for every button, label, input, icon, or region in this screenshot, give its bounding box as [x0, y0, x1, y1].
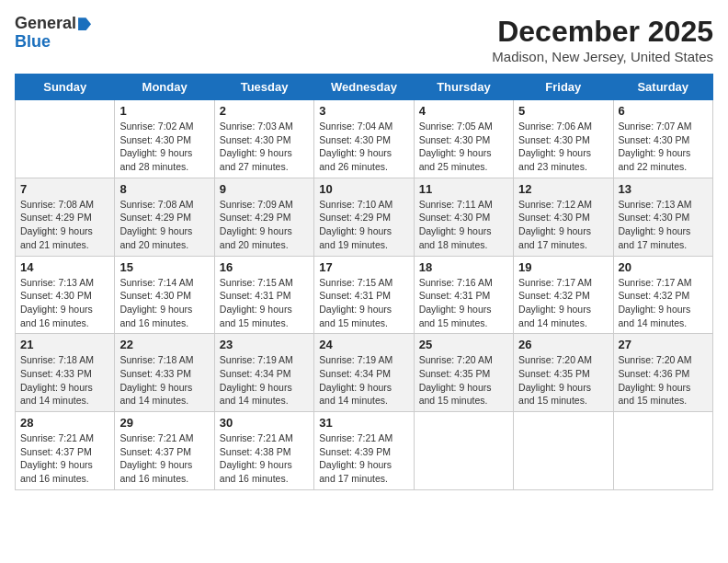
calendar-day-cell: 26Sunrise: 7:20 AMSunset: 4:35 PMDayligh… — [514, 334, 613, 412]
day-info: Sunrise: 7:17 AMSunset: 4:32 PMDaylight:… — [518, 276, 608, 330]
calendar-day-cell: 3Sunrise: 7:04 AMSunset: 4:30 PMDaylight… — [314, 100, 414, 178]
day-of-week-header: Thursday — [414, 75, 513, 100]
day-number: 6 — [619, 104, 708, 118]
day-info: Sunrise: 7:21 AMSunset: 4:37 PMDaylight:… — [119, 431, 209, 486]
day-info: Sunrise: 7:06 AMSunset: 4:30 PMDaylight:… — [518, 120, 608, 174]
day-number: 31 — [319, 416, 408, 430]
day-info: Sunrise: 7:12 AMSunset: 4:30 PMDaylight:… — [518, 198, 608, 252]
day-info: Sunrise: 7:07 AMSunset: 4:30 PMDaylight:… — [619, 120, 708, 174]
title-block: December 2025 Madison, New Jersey, Unite… — [492, 15, 713, 64]
day-info: Sunrise: 7:20 AMSunset: 4:36 PMDaylight:… — [619, 353, 708, 408]
day-number: 25 — [419, 338, 508, 351]
day-number: 22 — [119, 338, 209, 351]
calendar-day-cell: 21Sunrise: 7:18 AMSunset: 4:33 PMDayligh… — [16, 334, 115, 412]
calendar-day-cell: 5Sunrise: 7:06 AMSunset: 4:30 PMDaylight… — [514, 100, 613, 178]
day-info: Sunrise: 7:14 AMSunset: 4:30 PMDaylight:… — [119, 276, 209, 330]
calendar-day-cell: 20Sunrise: 7:17 AMSunset: 4:32 PMDayligh… — [613, 256, 712, 334]
calendar-day-cell: 24Sunrise: 7:19 AMSunset: 4:34 PMDayligh… — [314, 334, 414, 412]
day-number: 21 — [20, 338, 109, 351]
calendar-day-cell: 1Sunrise: 7:02 AMSunset: 4:30 PMDaylight… — [115, 100, 214, 178]
day-number: 26 — [518, 338, 608, 351]
calendar-day-cell: 14Sunrise: 7:13 AMSunset: 4:30 PMDayligh… — [16, 256, 115, 334]
calendar-week-row: 28Sunrise: 7:21 AMSunset: 4:37 PMDayligh… — [16, 412, 713, 490]
page-header: General Blue December 2025 Madison, New … — [15, 15, 713, 64]
calendar-day-cell: 28Sunrise: 7:21 AMSunset: 4:37 PMDayligh… — [16, 412, 115, 490]
calendar-day-cell: 17Sunrise: 7:15 AMSunset: 4:31 PMDayligh… — [314, 256, 414, 334]
day-info: Sunrise: 7:19 AMSunset: 4:34 PMDaylight:… — [220, 353, 309, 408]
day-info: Sunrise: 7:08 AMSunset: 4:29 PMDaylight:… — [119, 198, 209, 252]
day-number: 15 — [119, 260, 209, 274]
calendar-day-cell: 6Sunrise: 7:07 AMSunset: 4:30 PMDaylight… — [613, 100, 712, 178]
calendar-day-cell: 30Sunrise: 7:21 AMSunset: 4:38 PMDayligh… — [214, 412, 313, 490]
day-info: Sunrise: 7:15 AMSunset: 4:31 PMDaylight:… — [319, 276, 408, 330]
calendar-day-cell: 10Sunrise: 7:10 AMSunset: 4:29 PMDayligh… — [314, 178, 414, 256]
calendar-day-cell: 27Sunrise: 7:20 AMSunset: 4:36 PMDayligh… — [613, 334, 712, 412]
day-info: Sunrise: 7:11 AMSunset: 4:30 PMDaylight:… — [419, 198, 508, 252]
day-info: Sunrise: 7:20 AMSunset: 4:35 PMDaylight:… — [518, 353, 608, 408]
day-of-week-header: Tuesday — [214, 75, 313, 100]
day-number: 4 — [419, 104, 508, 118]
day-number: 9 — [220, 182, 309, 196]
day-info: Sunrise: 7:08 AMSunset: 4:29 PMDaylight:… — [20, 198, 109, 252]
calendar-day-cell: 13Sunrise: 7:13 AMSunset: 4:30 PMDayligh… — [613, 178, 712, 256]
day-info: Sunrise: 7:19 AMSunset: 4:34 PMDaylight:… — [319, 353, 408, 408]
calendar-table: SundayMondayTuesdayWednesdayThursdayFrid… — [15, 74, 713, 490]
day-number: 10 — [319, 182, 408, 196]
calendar-week-row: 7Sunrise: 7:08 AMSunset: 4:29 PMDaylight… — [16, 178, 713, 256]
day-info: Sunrise: 7:10 AMSunset: 4:29 PMDaylight:… — [319, 198, 408, 252]
day-number: 24 — [319, 338, 408, 351]
day-of-week-header: Sunday — [16, 75, 115, 100]
day-number: 7 — [20, 182, 109, 196]
day-info: Sunrise: 7:20 AMSunset: 4:35 PMDaylight:… — [419, 353, 508, 408]
day-info: Sunrise: 7:21 AMSunset: 4:37 PMDaylight:… — [20, 431, 109, 486]
day-number: 18 — [419, 260, 508, 274]
day-info: Sunrise: 7:21 AMSunset: 4:38 PMDaylight:… — [220, 431, 309, 486]
location: Madison, New Jersey, United States — [492, 49, 713, 64]
day-number: 17 — [319, 260, 408, 274]
day-info: Sunrise: 7:05 AMSunset: 4:30 PMDaylight:… — [419, 120, 508, 174]
day-info: Sunrise: 7:04 AMSunset: 4:30 PMDaylight:… — [319, 120, 408, 174]
calendar-header-row: SundayMondayTuesdayWednesdayThursdayFrid… — [16, 75, 713, 100]
day-number: 16 — [220, 260, 309, 274]
calendar-day-cell: 25Sunrise: 7:20 AMSunset: 4:35 PMDayligh… — [414, 334, 513, 412]
calendar-day-cell: 18Sunrise: 7:16 AMSunset: 4:31 PMDayligh… — [414, 256, 513, 334]
calendar-day-cell: 9Sunrise: 7:09 AMSunset: 4:29 PMDaylight… — [214, 178, 313, 256]
day-number: 12 — [518, 182, 608, 196]
day-of-week-header: Saturday — [613, 75, 712, 100]
day-of-week-header: Friday — [514, 75, 613, 100]
logo-blue-text: Blue — [15, 33, 91, 52]
day-number: 20 — [619, 260, 708, 274]
day-of-week-header: Wednesday — [314, 75, 414, 100]
calendar-week-row: 1Sunrise: 7:02 AMSunset: 4:30 PMDaylight… — [16, 100, 713, 178]
calendar-empty-cell — [514, 412, 613, 490]
day-number: 1 — [119, 104, 209, 118]
day-info: Sunrise: 7:09 AMSunset: 4:29 PMDaylight:… — [220, 198, 309, 252]
day-info: Sunrise: 7:21 AMSunset: 4:39 PMDaylight:… — [319, 431, 408, 486]
day-number: 23 — [220, 338, 309, 351]
day-number: 28 — [20, 416, 109, 430]
calendar-day-cell: 8Sunrise: 7:08 AMSunset: 4:29 PMDaylight… — [115, 178, 214, 256]
day-number: 2 — [220, 104, 309, 118]
day-info: Sunrise: 7:02 AMSunset: 4:30 PMDaylight:… — [119, 120, 209, 174]
day-info: Sunrise: 7:13 AMSunset: 4:30 PMDaylight:… — [20, 276, 109, 330]
calendar-day-cell: 19Sunrise: 7:17 AMSunset: 4:32 PMDayligh… — [514, 256, 613, 334]
day-info: Sunrise: 7:03 AMSunset: 4:30 PMDaylight:… — [220, 120, 309, 174]
calendar-day-cell: 31Sunrise: 7:21 AMSunset: 4:39 PMDayligh… — [314, 412, 414, 490]
calendar-empty-cell — [613, 412, 712, 490]
day-info: Sunrise: 7:16 AMSunset: 4:31 PMDaylight:… — [419, 276, 508, 330]
day-info: Sunrise: 7:18 AMSunset: 4:33 PMDaylight:… — [20, 353, 109, 408]
calendar-day-cell: 12Sunrise: 7:12 AMSunset: 4:30 PMDayligh… — [514, 178, 613, 256]
logo-icon — [78, 17, 91, 30]
day-number: 30 — [220, 416, 309, 430]
calendar-day-cell: 22Sunrise: 7:18 AMSunset: 4:33 PMDayligh… — [115, 334, 214, 412]
calendar-empty-cell — [414, 412, 513, 490]
calendar-day-cell: 11Sunrise: 7:11 AMSunset: 4:30 PMDayligh… — [414, 178, 513, 256]
month-title: December 2025 — [492, 15, 713, 49]
day-info: Sunrise: 7:17 AMSunset: 4:32 PMDaylight:… — [619, 276, 708, 330]
day-number: 5 — [518, 104, 608, 118]
logo: General Blue — [15, 15, 91, 52]
day-number: 27 — [619, 338, 708, 351]
calendar-week-row: 21Sunrise: 7:18 AMSunset: 4:33 PMDayligh… — [16, 334, 713, 412]
calendar-day-cell: 2Sunrise: 7:03 AMSunset: 4:30 PMDaylight… — [214, 100, 313, 178]
calendar-week-row: 14Sunrise: 7:13 AMSunset: 4:30 PMDayligh… — [16, 256, 713, 334]
